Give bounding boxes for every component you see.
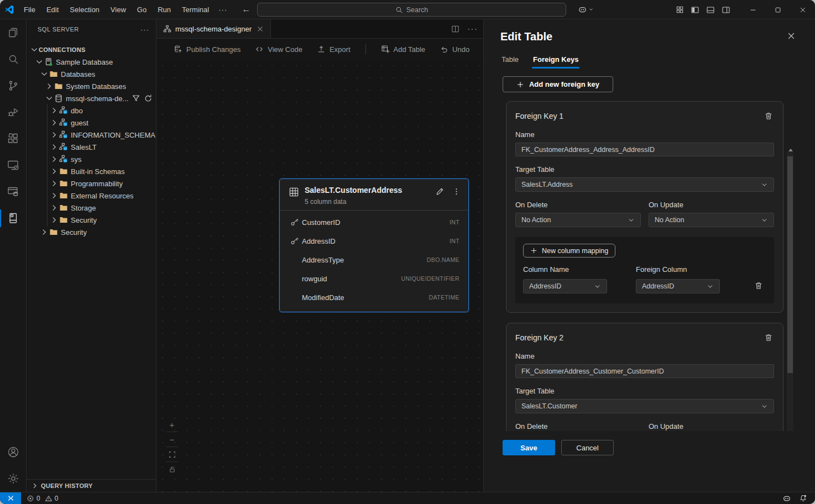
minimize-button[interactable] (740, 0, 765, 19)
tree-item-external-resources[interactable]: External Resources (27, 190, 156, 202)
tree-item-information-schema[interactable]: INFORMATION_SCHEMA (27, 129, 156, 141)
remote-indicator[interactable] (0, 492, 21, 504)
tree-item-built-in-schemas[interactable]: Built-in Schemas (27, 165, 156, 177)
add-table-button[interactable]: Add Table (376, 42, 431, 56)
tab-mssql-schema-designer[interactable]: mssql-schema-designer (156, 19, 271, 38)
editor-more-actions[interactable]: ··· (467, 24, 478, 34)
panel-title: Edit Table (500, 30, 552, 43)
fk1-foreign-column-select[interactable]: AddressID (636, 279, 720, 293)
menu-file[interactable]: File (19, 3, 40, 16)
add-foreign-key-button[interactable]: Add new foreign key (503, 76, 613, 92)
tab-foreign-keys[interactable]: Foreign Keys (533, 55, 578, 69)
menu-view[interactable]: View (106, 3, 131, 16)
filter-icon[interactable] (132, 94, 140, 103)
activitybar-sql-database[interactable] (0, 179, 26, 205)
column-row-customerid[interactable]: CustomerIDINT (280, 213, 468, 232)
column-row-addressid[interactable]: AddressIDINT (280, 232, 468, 250)
fit-view-button[interactable] (164, 447, 180, 461)
folder-icon (54, 82, 64, 91)
menu-terminal[interactable]: Terminal (177, 3, 214, 16)
copilot-status-icon[interactable] (782, 494, 791, 503)
query-history-section[interactable]: QUERY HISTORY (27, 479, 156, 492)
column-row-modifieddate[interactable]: ModifiedDateDATETIME (280, 288, 468, 307)
scrollbar-thumb[interactable] (787, 156, 793, 373)
fk2-name-input[interactable]: FK_CustomerAddress_Customer_CustomerID (515, 364, 774, 378)
maximize-button[interactable] (765, 0, 790, 19)
tab-close-icon[interactable] (255, 24, 265, 34)
toggle-secondary-sidebar-icon[interactable] (722, 6, 730, 14)
zoom-out-button[interactable]: − (164, 432, 180, 447)
tree-item-security[interactable]: Security (27, 214, 156, 226)
table-more-actions-icon[interactable] (452, 187, 461, 196)
table-card-customeraddress[interactable]: SalesLT.CustomerAddress 5 column data Cu… (279, 179, 469, 312)
refresh-icon[interactable] (144, 94, 153, 103)
fk1-new-column-mapping-button[interactable]: New column mapping (523, 244, 615, 258)
fk1-on-delete-select[interactable]: No Action (515, 213, 641, 227)
tree-item-saleslt[interactable]: SalesLT (27, 141, 156, 153)
tree-item-label: System Databases (66, 82, 126, 91)
undo-button[interactable]: Undo (435, 42, 474, 56)
notifications-bell-icon[interactable] (799, 494, 807, 502)
panel-close-icon[interactable] (785, 29, 798, 43)
close-window-button[interactable] (790, 0, 815, 19)
save-button[interactable]: Save (503, 440, 555, 455)
tree-item-connections[interactable]: CONNECTIONS (27, 44, 156, 56)
fk1-on-update-select[interactable]: No Action (649, 213, 774, 227)
export-button[interactable]: Export (312, 42, 356, 56)
nav-back-button[interactable]: ← (239, 3, 253, 15)
menu-selection[interactable]: Selection (65, 3, 104, 16)
panel-scrollbar[interactable] (787, 152, 793, 455)
tree-item-databases[interactable]: Databases (27, 68, 156, 80)
problems-indicator[interactable]: 0 0 (27, 495, 60, 502)
view-code-button[interactable]: View Code (250, 42, 307, 56)
tree-item-label: External Resources (71, 192, 133, 200)
activitybar-search[interactable] (0, 46, 26, 72)
activitybar-extensions[interactable] (0, 125, 26, 152)
lock-button[interactable] (164, 462, 180, 476)
toggle-panel-icon[interactable] (706, 6, 715, 14)
schema-designer-icon (7, 212, 20, 225)
tree-item-storage[interactable]: Storage (27, 202, 156, 214)
activitybar-explorer[interactable] (0, 19, 26, 46)
column-row-rowguid[interactable]: rowguidUNIQUEIDENTIFIER (280, 269, 468, 288)
tree-item-programmability[interactable]: Programmability (27, 177, 156, 190)
activitybar-run-and-debug[interactable] (0, 99, 26, 125)
tree-item-security[interactable]: Security (27, 226, 156, 238)
tab-table[interactable]: Table (501, 55, 519, 69)
menu-go[interactable]: Go (132, 3, 151, 16)
activitybar-remote-explorer[interactable] (0, 152, 26, 179)
copilot-menu[interactable] (578, 5, 594, 14)
activitybar-account[interactable] (0, 439, 26, 465)
fk1-column-name-select[interactable]: AddressID (523, 279, 607, 293)
tree-item-system-databases[interactable]: System Databases (27, 80, 156, 92)
fk1-target-table-select[interactable]: SalesLT.Address (515, 177, 774, 192)
fk1-name-input[interactable]: FK_CustomerAddress_Address_AddressID (515, 143, 774, 156)
split-editor-icon[interactable] (451, 25, 459, 33)
activitybar-schema-designer[interactable] (0, 205, 26, 232)
tree-item-dbo[interactable]: dbo (27, 104, 156, 117)
delete-foreign-key-2-icon[interactable] (763, 332, 774, 343)
tree-item-guest[interactable]: guest (27, 117, 156, 129)
tree-item-sample-database[interactable]: Sample Database (27, 56, 156, 68)
schema-canvas[interactable]: SalesLT.CustomerAddress 5 column data Cu… (156, 60, 483, 492)
activitybar-settings[interactable] (0, 465, 26, 492)
menu-edit[interactable]: Edit (41, 3, 64, 16)
edit-table-pencil-icon[interactable] (435, 187, 445, 196)
toggle-primary-sidebar-icon[interactable] (691, 6, 699, 14)
sidebar-more-actions[interactable]: ··· (140, 25, 149, 34)
cancel-button[interactable]: Cancel (561, 440, 614, 455)
menu-overflow[interactable]: ··· (214, 3, 232, 16)
scroll-up-icon[interactable] (788, 148, 793, 153)
tree-item-mssql-schema-de[interactable]: mssql-schema-de... (27, 92, 156, 104)
delete-foreign-key-1-icon[interactable] (763, 111, 774, 122)
customize-layout-icon[interactable] (676, 6, 684, 14)
activitybar-source-control[interactable] (0, 72, 26, 99)
zoom-in-button[interactable]: + (164, 417, 180, 432)
fk2-target-table-select[interactable]: SalesLT.Customer (515, 399, 774, 413)
menu-run[interactable]: Run (153, 3, 176, 16)
column-row-addresstype[interactable]: AddressTypeDBO.NAME (280, 250, 468, 269)
tree-item-sys[interactable]: sys (27, 153, 156, 165)
delete-mapping-icon[interactable] (753, 280, 764, 291)
publish-changes-button[interactable]: Publish Changes (169, 42, 245, 56)
search-input[interactable]: Search (257, 3, 566, 17)
